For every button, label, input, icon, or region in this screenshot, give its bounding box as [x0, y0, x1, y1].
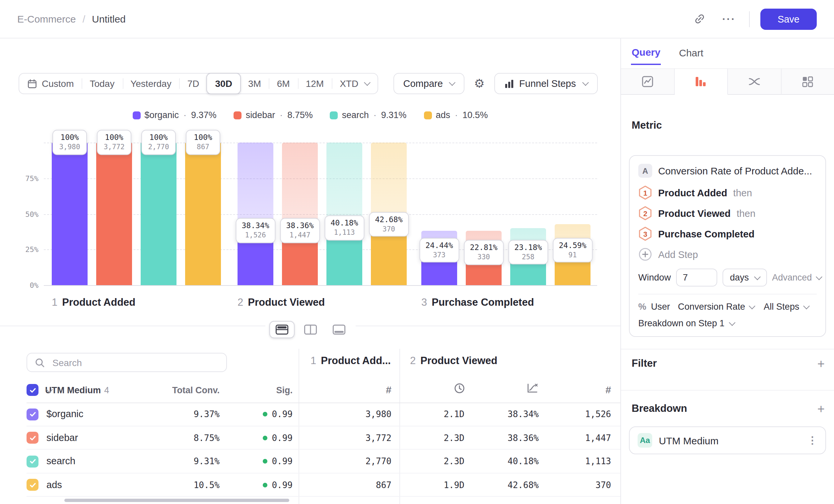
dropdown-all-steps[interactable]: All Steps: [764, 302, 809, 312]
row-checkbox[interactable]: [26, 455, 39, 467]
select-all-checkbox[interactable]: [26, 384, 39, 396]
group-by-dropdown[interactable]: UTM Medium 4: [45, 385, 109, 395]
counting-method-label[interactable]: User: [651, 302, 670, 312]
add-breakdown-button[interactable]: +: [817, 402, 825, 415]
step2-conv-cell: 42.68%: [464, 480, 539, 490]
row-checkbox[interactable]: [26, 479, 39, 491]
layout-vertical-split-button[interactable]: [298, 321, 323, 338]
step-number: 3: [638, 226, 652, 242]
bar-count-label: 3,772: [103, 143, 125, 152]
bar-value-label: 42.68%370: [369, 212, 409, 237]
add-filter-button[interactable]: +: [817, 357, 825, 370]
bar-pct-label: 100%: [103, 133, 125, 143]
percent-icon: %: [638, 302, 646, 312]
view-tab-funnel[interactable]: [675, 68, 728, 95]
step-number: 2: [410, 355, 416, 366]
metric-step-1[interactable]: 1Product Addedthen: [638, 185, 817, 200]
event-name: Product Viewed: [658, 208, 730, 219]
table-row-organic[interactable]: $organic9.37%0.993,9802.1D38.34%1,526: [0, 403, 620, 426]
step2-count-cell: 1,113: [537, 456, 611, 466]
table-row-sidebar[interactable]: sidebar8.75%0.993,7722.3D38.36%1,447: [0, 426, 620, 450]
table-step1-header: 1Product Add...: [310, 355, 391, 367]
significance-dot: [262, 482, 267, 487]
bar-pct-label: 23.18%: [514, 243, 542, 252]
metric-title[interactable]: Conversion Rate of Product Adde...: [658, 165, 817, 176]
breakdown-on-dropdown[interactable]: Breakdown on Step 1: [638, 318, 817, 328]
advanced-label: Advanced: [772, 273, 812, 282]
view-tab-flows[interactable]: [728, 68, 781, 95]
step2-time-cell: 2.1D: [392, 409, 464, 419]
breakdown-on-label: Breakdown on Step 1: [638, 318, 725, 328]
row-name: search: [46, 456, 75, 466]
clock-icon[interactable]: [454, 383, 465, 396]
link-icon: [694, 13, 706, 25]
share-link-button[interactable]: [691, 10, 709, 28]
insights-icon: [641, 75, 654, 88]
event-name: Product Added: [658, 187, 727, 198]
window-unit-select[interactable]: days: [723, 269, 767, 287]
layout-toggles: [265, 320, 355, 340]
breakdown-table: 1Product Add... 2Product Viewed UTM Medi…: [0, 39, 620, 504]
app-root: E-Commerce / Untitled ··· Save CustomTod…: [0, 0, 834, 504]
panel-tab-chart[interactable]: Chart: [678, 44, 704, 65]
step-number: 2: [638, 206, 652, 221]
layout-bottom-filled-button[interactable]: [326, 321, 351, 338]
search-box[interactable]: [26, 353, 227, 372]
row-name: sidebar: [46, 432, 78, 443]
bar-pct-label: 24.59%: [559, 240, 586, 250]
hash-icon[interactable]: #: [345, 384, 392, 395]
window-row: Window days Advanced: [638, 269, 817, 287]
significance-value: 0.99: [272, 409, 292, 419]
range-button-30d[interactable]: 30D: [207, 73, 241, 94]
hash-icon[interactable]: #: [565, 384, 611, 395]
step2-time-cell: 2.3D: [392, 456, 464, 466]
kebab-icon[interactable]: ⋮: [808, 434, 817, 446]
section-divider: [621, 349, 834, 349]
step2-time-cell: 2.3D: [392, 433, 464, 443]
ellipsis-icon: ···: [722, 13, 736, 25]
breadcrumb-project[interactable]: E-Commerce: [17, 13, 76, 25]
layout-bottom-filled-icon: [332, 324, 345, 335]
bar-value-label: 24.44%373: [419, 238, 459, 262]
window-value-input[interactable]: [676, 269, 717, 287]
bar-count-label: 867: [192, 143, 214, 152]
advanced-toggle[interactable]: Advanced: [772, 273, 821, 282]
view-tab-retention[interactable]: [781, 68, 834, 95]
layout-horizontal-split-button[interactable]: [269, 321, 294, 338]
sig-header[interactable]: Sig.: [226, 385, 292, 395]
row-name: $organic: [46, 409, 83, 419]
row-checkbox[interactable]: [26, 432, 39, 444]
metric-step-2[interactable]: 2Product Viewedthen: [638, 206, 817, 221]
flows-icon: [748, 75, 761, 88]
bar-count-label: 370: [375, 225, 402, 233]
add-step-button[interactable]: Add Step: [638, 247, 817, 261]
table-row-ads[interactable]: ads10.5%0.998671.9D42.68%370: [0, 473, 620, 497]
step2-count-cell: 1,447: [537, 433, 611, 443]
query-panel: QueryChart Metric A Conversion Rate of P…: [620, 39, 834, 504]
table-row-search[interactable]: search9.31%0.992,7702.3D40.18%1,113: [0, 450, 620, 473]
metric-step-3[interactable]: 3Purchase Completed: [638, 226, 817, 242]
step2-conv-cell: 38.34%: [464, 409, 539, 419]
row-checkbox[interactable]: [26, 408, 39, 420]
dropdown-conversion-rate[interactable]: Conversion Rate: [678, 302, 755, 312]
save-button[interactable]: Save: [760, 8, 817, 29]
bar-count-label: 373: [425, 250, 453, 259]
panel-tab-query[interactable]: Query: [631, 44, 661, 65]
breadcrumb-report[interactable]: Untitled: [92, 13, 126, 25]
breakdown-item[interactable]: Aa UTM Medium ⋮: [629, 427, 826, 454]
chevron-down-icon: [803, 302, 810, 309]
step-number: 1: [310, 355, 316, 366]
more-menu-button[interactable]: ···: [720, 10, 739, 27]
horizontal-scrollbar[interactable]: [64, 499, 289, 502]
bar-value-label: 22.81%330: [464, 240, 503, 265]
conversion-chart-icon[interactable]: [527, 383, 538, 396]
step1-count-cell: 867: [319, 480, 392, 490]
check-icon: [28, 386, 37, 394]
total-conv-header[interactable]: Total Conv.: [140, 385, 220, 395]
table-rows: $organic9.37%0.993,9802.1D38.34%1,526sid…: [0, 403, 620, 497]
search-input[interactable]: [51, 357, 219, 368]
metric-steps: 1Product Addedthen2Product Viewedthen3Pu…: [638, 185, 817, 242]
view-tab-insights[interactable]: [621, 68, 675, 95]
bar-value-label: 24.59%91: [553, 238, 592, 262]
group-by-label: UTM Medium: [45, 385, 101, 395]
